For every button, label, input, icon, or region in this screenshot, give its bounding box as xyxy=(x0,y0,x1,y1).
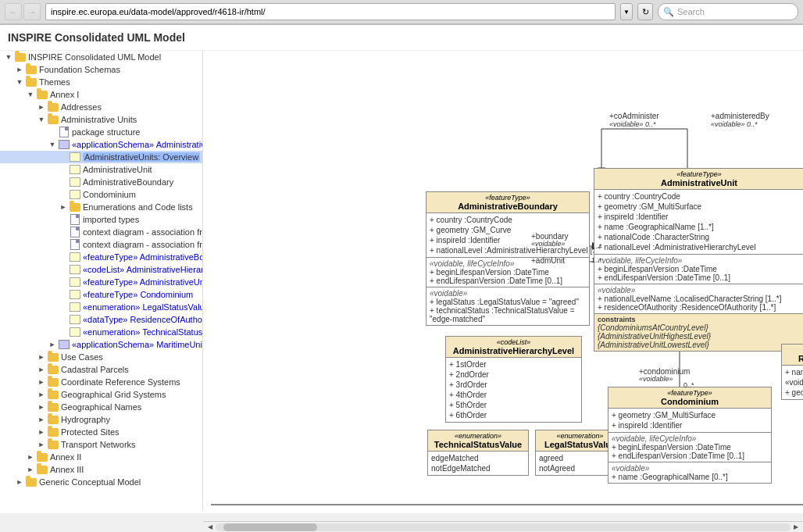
uml-box-residence: «dataType» ResidenceOfAuthority + name :… xyxy=(781,344,803,400)
attr-row: + 3rdOrder xyxy=(449,380,578,390)
sidebar-item-xfeature-ab[interactable]: «featureType» AdministrativeBoundary xyxy=(0,251,202,263)
sidebar-item-xenum-ls[interactable]: «enumeration» LegalStatusValue xyxy=(0,301,202,313)
constraints-section: constraints {CondominiumsAtCountryLevel}… xyxy=(594,313,803,351)
sidebar-item-xcodelist-ah[interactable]: «codeList» AdministrativeHierarchyLevel xyxy=(0,263,202,276)
sidebar-item-xenum-ts[interactable]: «enumeration» TechnicalStatusValue xyxy=(0,326,202,338)
folder-icon xyxy=(36,464,48,475)
reload-button[interactable]: ↻ xyxy=(637,3,653,20)
sidebar-item-label: Use Cases xyxy=(61,352,103,362)
folder-icon xyxy=(36,452,48,462)
attr-row: + geometry :GM_Point xyxy=(785,387,803,398)
toggle-icon: ► xyxy=(36,416,47,423)
sidebar-item-label: imported types xyxy=(83,215,139,224)
sidebar-item-annexii[interactable]: ► Annex II xyxy=(0,451,202,463)
sidebar-item-maritime[interactable]: ► «applicationSchema» MaritimeUnits xyxy=(0,338,202,351)
toggle-icon: ▼ xyxy=(14,78,25,86)
sidebar-item-package-structure[interactable]: package structure xyxy=(0,126,202,138)
attr-row: + country :CountryCode xyxy=(430,215,586,225)
stereotype-label: «enumeration» xyxy=(431,432,525,440)
condominium-mult-label: «voidable» xyxy=(639,375,673,383)
administered-by-mult-label: «voidable» 0..* xyxy=(711,120,758,128)
sidebar-item-admin-boundary[interactable]: AdministrativeBoundary xyxy=(0,176,202,188)
search-bar[interactable]: 🔍 Search xyxy=(658,3,798,20)
sidebar-item-crs[interactable]: ► Coordinate Reference Systems xyxy=(0,376,202,388)
box-header: «featureType» Condominium xyxy=(608,387,771,409)
sidebar-item-use-cases[interactable]: ► Use Cases xyxy=(0,351,202,363)
address-bar[interactable] xyxy=(45,3,616,20)
toggle-icon: ► xyxy=(36,441,47,448)
sidebar-item-condominium[interactable]: Condominium xyxy=(0,188,202,201)
sidebar-item-xfeature-cond[interactable]: «featureType» Condominium xyxy=(0,288,202,301)
boundary-mult-label: «voidable» xyxy=(531,240,566,248)
sidebar-item-hydro[interactable]: ► Hydrography xyxy=(0,413,202,426)
classname-label: TechnicalStatusValue xyxy=(431,440,525,449)
sidebar-item-xfeature-au[interactable]: «featureType» AdministrativeUnit xyxy=(0,276,202,288)
toggle-icon: ► xyxy=(14,478,25,486)
sidebar-item-label: Foundation Schemas xyxy=(39,65,120,74)
folder-icon xyxy=(47,352,59,362)
search-placeholder: Search xyxy=(677,7,705,16)
sidebar-item-annexiii[interactable]: ► Annex III xyxy=(0,463,202,476)
sidebar-item-themes[interactable]: ▼ Themes xyxy=(0,76,202,88)
sidebar-item-addresses[interactable]: ► Addresses xyxy=(0,101,202,113)
sidebar-item-label: Annex II xyxy=(50,452,81,462)
sidebar-item-context-cad[interactable]: context diagram - association from cadas… xyxy=(0,238,202,251)
voidable2-section: «voidable» + legalStatus :LegalStatusVal… xyxy=(426,287,589,325)
sidebar-item-foundation[interactable]: ► Foundation Schemas xyxy=(0,63,202,76)
attr-row: + geometry :GM_MultiSurface xyxy=(598,202,801,212)
sidebar-item-transport[interactable]: ► Transport Networks xyxy=(0,438,202,451)
sidebar-item-root[interactable]: ▼ INSPIRE Consolidated UML Model xyxy=(0,51,202,63)
sidebar-item-admin-unit[interactable]: AdministrativeUnit xyxy=(0,163,202,176)
sidebar-item-cadastral[interactable]: ► Cadastral Parcels xyxy=(0,363,202,376)
sidebar-item-protected[interactable]: ► Protected Sites xyxy=(0,426,202,438)
sidebar-item-label: INSPIRE Consolidated UML Model xyxy=(28,52,161,62)
adm-unit-mult-label: 1..* xyxy=(591,256,602,264)
back-button[interactable]: ← xyxy=(5,3,22,20)
class-icon xyxy=(69,289,81,300)
sidebar-item-label: context diagram - association from cadas… xyxy=(83,240,203,249)
sidebar-item-label: «featureType» Condominium xyxy=(83,290,193,299)
sidebar-item-au-overview[interactable]: AdministrativeUnits: Overview xyxy=(0,151,202,163)
class-icon xyxy=(69,177,81,187)
sidebar-item-context-addr[interactable]: context diagram - association from addre… xyxy=(0,226,202,238)
co-administer-label: +coAdminister xyxy=(609,112,659,120)
uml-diagram: «featureType» AdministrativeBoundary + c… xyxy=(211,59,803,511)
voidable2-section: «voidable» + name :GeographicalName [0..… xyxy=(608,462,771,483)
doc-icon xyxy=(69,214,81,225)
toggle-icon: ▼ xyxy=(36,116,47,123)
folder-icon xyxy=(47,414,59,425)
administered-by-label: +administeredBy xyxy=(711,112,769,120)
sidebar-item-annexi[interactable]: ▼ Annex I xyxy=(0,88,202,101)
voidable2-label: «voidable» xyxy=(598,286,801,295)
toggle-icon: ► xyxy=(25,466,36,473)
sidebar-item-generic[interactable]: ► Generic Conceptual Model xyxy=(0,476,202,488)
forward-button[interactable]: → xyxy=(23,3,41,20)
classname-label: AdministrativeBoundary xyxy=(430,202,586,211)
folder-icon xyxy=(14,52,27,62)
stereotype-label: «codeList» xyxy=(449,338,578,346)
sidebar-item-enumerations[interactable]: ► Enumerations and Code lists xyxy=(0,201,202,213)
toggle-icon: ▼ xyxy=(47,141,58,148)
address-dropdown-button[interactable]: ▼ xyxy=(620,3,633,20)
box-header: «enumeration» TechnicalStatusValue xyxy=(428,430,528,452)
sidebar-item-geo-names[interactable]: ► Geographical Names xyxy=(0,401,202,413)
classname-label: ResidenceOfAuthority xyxy=(785,354,803,363)
sidebar-item-label: Cadastral Parcels xyxy=(61,365,129,374)
sidebar-item-app-schema-au[interactable]: ▼ «applicationSchema» AdministrativeUnit… xyxy=(0,138,202,151)
sidebar-item-xdatatype-roa[interactable]: «dataType» ResidenceOfAuthority xyxy=(0,313,202,326)
sidebar-item-admin-units[interactable]: ▼ Administrative Units xyxy=(0,113,202,126)
class-icon xyxy=(69,302,81,312)
box-header: «dataType» ResidenceOfAuthority xyxy=(782,345,803,366)
sidebar-item-label: Geographical Grid Systems xyxy=(61,390,166,399)
sidebar-item-geo-grid[interactable]: ► Geographical Grid Systems xyxy=(0,388,202,401)
folder-icon xyxy=(25,477,37,487)
attr-row: + 1stOrder xyxy=(449,359,578,370)
sidebar-item-imported-types[interactable]: imported types xyxy=(0,213,202,226)
toggle-icon: ► xyxy=(58,203,69,211)
package-icon xyxy=(58,139,70,150)
attr-row: + name :GeographicalName [0..*] xyxy=(612,473,768,481)
folder-icon xyxy=(47,402,59,412)
class-icon xyxy=(69,314,81,325)
toggle-icon: ► xyxy=(25,453,36,461)
attr-row: edgeMatched xyxy=(431,453,525,463)
